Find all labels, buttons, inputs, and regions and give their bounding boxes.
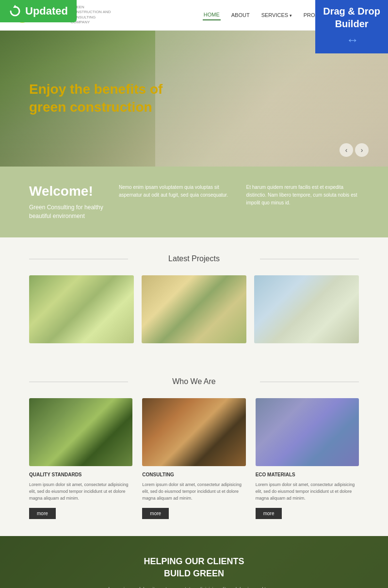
dnd-line1: Drag & Drop: [323, 6, 380, 17]
hero-content: Enjoy the benefits of green construction: [0, 81, 204, 116]
arrows-icon: ↔: [323, 32, 380, 49]
projects-grid: [29, 275, 359, 343]
project-card-2[interactable]: [142, 275, 246, 343]
who-card-btn-3[interactable]: more: [256, 508, 282, 519]
dnd-line2: Builder: [335, 18, 369, 29]
refresh-icon: [9, 5, 21, 17]
updated-label: Updated: [25, 5, 68, 17]
updated-badge: Updated: [0, 0, 77, 22]
who-card-title-3: ECO MATERIALS: [256, 472, 359, 477]
hero-arrows: ‹ ›: [340, 143, 369, 157]
helping-section: HELPING OUR CLIENTS BUILD GREEN Lorem ip…: [0, 536, 388, 588]
who-we-are-section: Who We Are QUALITY STANDARDS Lorem ipsum…: [0, 360, 388, 536]
welcome-col2: Nemo enim ipsam voluptatem quia voluptas…: [119, 184, 232, 199]
who-card-title-2: CONSULTING: [142, 472, 245, 477]
welcome-heading-col: Welcome! Green Consulting for healthy be…: [29, 184, 104, 220]
who-card-3: ECO MATERIALS Lorem ipsum dolor sit amet…: [256, 398, 359, 519]
latest-projects-section: Latest Projects: [0, 237, 388, 360]
welcome-title: Welcome!: [29, 184, 104, 199]
welcome-section: Welcome! Green Consulting for healthy be…: [0, 167, 388, 237]
company-desc: GREEN CONSTRUCTION AND CONSULTING COMPAN…: [70, 5, 114, 25]
helping-subtitle: Lorem ipsum dolor sit amet, consectetur …: [107, 586, 281, 588]
who-card-2: CONSULTING Lorem ipsum dolor sit amet, c…: [142, 398, 245, 519]
welcome-subtitle: Green Consulting for healthy beautiful e…: [29, 203, 104, 220]
latest-projects-title: Latest Projects: [29, 254, 359, 263]
dnd-badge: Drag & Drop Builder ↔: [315, 0, 388, 53]
hero-prev-arrow[interactable]: ‹: [340, 143, 353, 157]
welcome-col3: Et harum quidem rerum facilis est et exp…: [246, 184, 359, 207]
hero-title: Enjoy the benefits of green construction: [29, 81, 175, 116]
helping-title: HELPING OUR CLIENTS BUILD GREEN: [29, 555, 359, 580]
project-card-1[interactable]: [29, 275, 134, 343]
who-card-btn-1[interactable]: more: [29, 508, 56, 519]
who-card-text-3: Lorem ipsum dolor sit amet, consectetur …: [256, 481, 359, 502]
hero-next-arrow[interactable]: ›: [355, 143, 369, 157]
who-we-are-title: Who We Are: [29, 377, 359, 386]
who-card-btn-2[interactable]: more: [142, 508, 169, 519]
who-card-img-2: [142, 398, 245, 466]
who-card-title-1: QUALITY STANDARDS: [29, 472, 132, 477]
nav-about[interactable]: ABOUT: [230, 10, 251, 20]
who-card-text-1: Lorem ipsum dolor sit amet, consectetur …: [29, 481, 132, 502]
who-card-1: QUALITY STANDARDS Lorem ipsum dolor sit …: [29, 398, 132, 519]
who-card-img-3: [256, 398, 359, 466]
who-grid: QUALITY STANDARDS Lorem ipsum dolor sit …: [29, 398, 359, 519]
who-card-img-1: [29, 398, 132, 466]
page-wrapper: Updated Drag & Drop Builder ↔ 🌿 Gobo GRE…: [0, 0, 388, 588]
project-card-3[interactable]: [254, 275, 359, 343]
nav-services[interactable]: SERVICES: [260, 10, 293, 20]
nav-home[interactable]: HOME: [203, 10, 221, 20]
who-card-text-2: Lorem ipsum dolor sit amet, consectetur …: [142, 481, 245, 502]
